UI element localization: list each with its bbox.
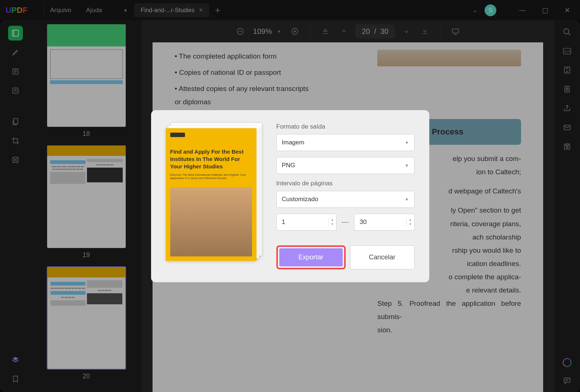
spinner-up-icon[interactable]: ▲ <box>407 218 414 222</box>
modal-overlay: Find and Apply For the Best Institutes I… <box>0 0 580 392</box>
output-format-label: Formato de saída <box>276 123 415 130</box>
export-highlight: Exportar <box>276 245 346 269</box>
spinner-up-icon[interactable]: ▲ <box>329 218 336 222</box>
page-range-mode-select[interactable]: Customizado▼ <box>276 191 415 208</box>
spinner-down-icon[interactable]: ▼ <box>407 222 414 227</box>
export-dialog: Find and Apply For the Best Institutes I… <box>151 110 429 282</box>
chevron-down-icon: ▼ <box>405 197 409 202</box>
chevron-down-icon: ▼ <box>405 140 409 145</box>
preview-subtitle: Discover The Best Educational Institutes… <box>170 173 252 180</box>
chevron-down-icon: ▼ <box>405 163 409 168</box>
range-from-input[interactable]: ▲▼ <box>276 214 337 231</box>
page-range-label: Intervalo de páginas <box>276 180 415 187</box>
export-preview: Find and Apply For the Best Institutes I… <box>166 123 262 261</box>
cancel-button[interactable]: Cancelar <box>350 245 415 269</box>
output-format-select[interactable]: Imagem▼ <box>276 134 415 151</box>
file-type-select[interactable]: PNG▼ <box>276 157 415 174</box>
preview-title: Find and Apply For the Best Institutes I… <box>170 148 252 171</box>
export-button[interactable]: Exportar <box>279 248 343 266</box>
range-from-field[interactable] <box>277 218 329 226</box>
range-dash: — <box>342 218 349 226</box>
range-to-field[interactable] <box>354 218 406 226</box>
range-to-input[interactable]: ▲▼ <box>354 214 415 231</box>
spinner-down-icon[interactable]: ▼ <box>329 222 336 227</box>
